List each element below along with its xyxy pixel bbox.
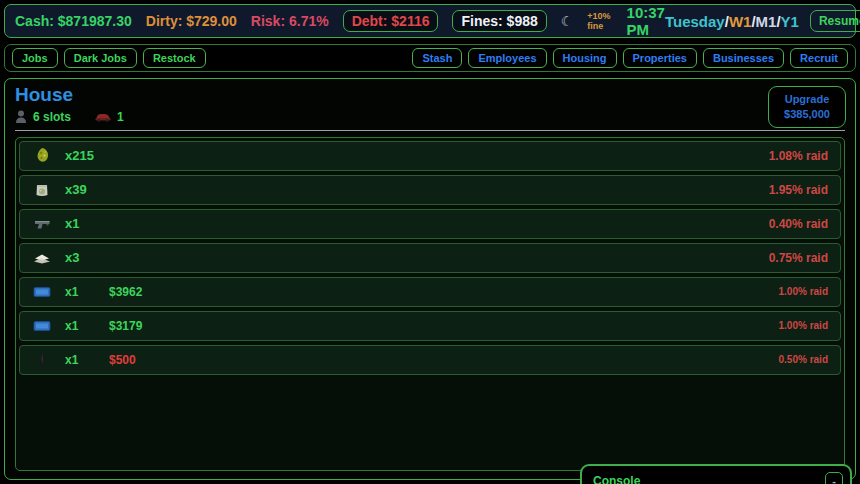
car-icon	[95, 112, 111, 122]
stash-item-row[interactable]: x3 0.75% raid	[19, 243, 841, 273]
stash-item-row[interactable]: x1 $3962 1.00% raid	[19, 277, 841, 307]
house-panel: House Upgrade $385,000 6 slots 1 x215 1.…	[4, 78, 856, 480]
powder-icon	[32, 251, 52, 264]
item-count: x1	[65, 353, 101, 367]
businesses-button[interactable]: Businesses	[703, 48, 784, 68]
recruit-button[interactable]: Recruit	[790, 48, 848, 68]
upgrade-price: $385,000	[773, 107, 841, 122]
date-month: M1	[756, 13, 777, 30]
moon-icon: ☾	[561, 14, 574, 28]
dark-jobs-button[interactable]: Dark Jobs	[64, 48, 137, 68]
raid-chance: 1.95% raid	[769, 183, 828, 197]
date-week: W1	[729, 13, 752, 30]
header-divider	[15, 130, 845, 131]
item-value: $3179	[109, 319, 142, 333]
pistol-icon	[32, 218, 52, 230]
raid-chance: 0.75% raid	[769, 251, 828, 265]
date-year: Y1	[781, 13, 799, 30]
properties-button[interactable]: Properties	[623, 48, 697, 68]
vehicles-meta: 1	[95, 110, 124, 124]
fine-modifier-label: +10% fine	[587, 11, 610, 31]
upgrade-button[interactable]: Upgrade $385,000	[768, 86, 846, 128]
clock-time: 10:37 PM	[627, 4, 665, 38]
item-count: x1	[65, 319, 101, 333]
item-count: x3	[65, 250, 101, 265]
topbar-right-group: Tuesday/W1/M1/Y1 Resume i Menu	[665, 10, 860, 32]
vehicle-count-label: 1	[117, 110, 124, 124]
housing-button[interactable]: Housing	[553, 48, 617, 68]
baggie-icon	[32, 182, 52, 198]
employees-button[interactable]: Employees	[468, 48, 546, 68]
stash-item-row[interactable]: x1 $500 0.50% raid	[19, 345, 841, 375]
raid-chance: 1.08% raid	[769, 149, 828, 163]
console-minimize-button[interactable]: -	[825, 472, 843, 484]
cash-stack-icon	[32, 320, 52, 332]
raid-chance: 1.00% raid	[779, 286, 828, 297]
person-icon	[15, 110, 27, 123]
risk-stat: Risk: 6.71%	[251, 13, 329, 29]
console-panel: Console -	[580, 464, 852, 484]
game-date: Tuesday/W1/M1/Y1	[665, 13, 799, 30]
raid-chance: 0.50% raid	[779, 354, 828, 365]
cash-stat: Cash: $871987.30	[15, 13, 132, 29]
fines-badge: Fines: $988	[452, 10, 546, 32]
house-meta-row: 6 slots 1	[15, 110, 845, 124]
raid-chance: 0.40% raid	[769, 217, 828, 231]
slots-meta: 6 slots	[15, 110, 71, 124]
nav-right-group: Stash Employees Housing Properties Busin…	[412, 48, 848, 68]
resume-button[interactable]: Resume	[810, 10, 860, 32]
dirty-money-stat: Dirty: $729.00	[146, 13, 237, 29]
raid-chance: 1.00% raid	[779, 320, 828, 331]
slots-label: 6 slots	[33, 110, 71, 124]
stash-item-row[interactable]: x1 $3179 1.00% raid	[19, 311, 841, 341]
debt-badge: Debt: $2116	[343, 10, 439, 32]
stash-button[interactable]: Stash	[412, 48, 462, 68]
top-status-bar: Cash: $871987.30 Dirty: $729.00 Risk: 6.…	[4, 4, 856, 38]
item-count: x1	[65, 216, 101, 231]
page-title: House	[15, 84, 845, 107]
item-value: $500	[109, 353, 136, 367]
stash-item-row[interactable]: x1 0.40% raid	[19, 209, 841, 239]
status-group: Cash: $871987.30 Dirty: $729.00 Risk: 6.…	[15, 4, 665, 38]
cash-stack-icon	[32, 286, 52, 298]
date-day: Tuesday	[665, 13, 725, 30]
stash-item-row[interactable]: x39 1.95% raid	[19, 175, 841, 205]
item-count: x215	[65, 148, 101, 163]
game-screen: Cash: $871987.30 Dirty: $729.00 Risk: 6.…	[0, 0, 860, 484]
stash-item-row[interactable]: x215 1.08% raid	[19, 141, 841, 171]
nav-bar: Jobs Dark Jobs Restock Stash Employees H…	[4, 44, 856, 72]
nav-left-group: Jobs Dark Jobs Restock	[12, 48, 206, 68]
upgrade-label: Upgrade	[773, 92, 841, 107]
weed-icon	[32, 147, 52, 164]
item-count: x1	[65, 285, 101, 299]
stash-item-list: x215 1.08% raid x39 1.95% raid x1 0.40% …	[15, 137, 845, 471]
dark-figure-icon	[32, 352, 52, 368]
console-title: Console	[593, 474, 640, 484]
jobs-button[interactable]: Jobs	[12, 48, 58, 68]
restock-button[interactable]: Restock	[143, 48, 206, 68]
item-count: x39	[65, 182, 101, 197]
item-value: $3962	[109, 285, 142, 299]
